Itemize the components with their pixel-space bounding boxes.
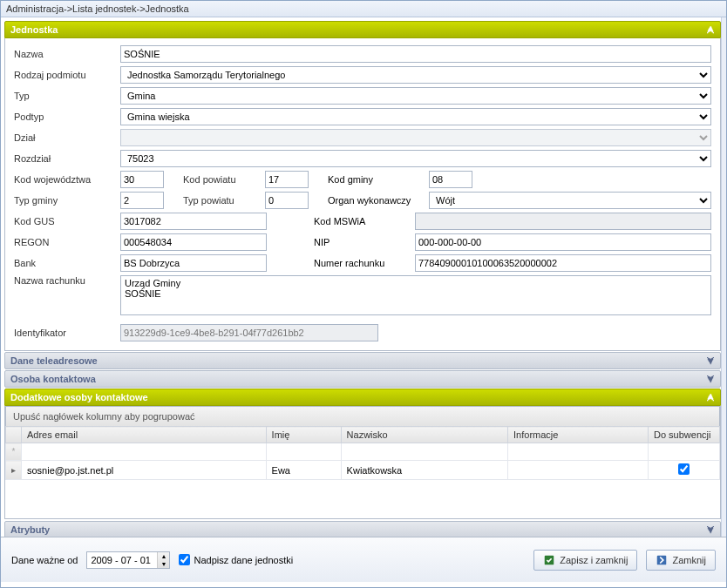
save-and-close-button[interactable]: Zapisz i zamknij — [533, 550, 637, 571]
label-typpow: Typ powiatu — [183, 195, 262, 206]
cell-email[interactable]: sosnie@po.jst.net.pl — [22, 461, 267, 480]
section-header-contact[interactable]: Dane teleadresowe ⮟ — [4, 352, 721, 369]
section-header-extra[interactable]: Dodatkowe osoby kontaktowe ⮝ — [4, 389, 721, 406]
label-ident: Identyfikator — [14, 328, 117, 338]
label-valid-from: Dane ważne od — [11, 555, 78, 565]
subw-checkbox[interactable] — [678, 463, 690, 475]
kodmsw-input — [415, 213, 711, 230]
breadcrumb: Administracja->Lista jednostek->Jednostk… — [1, 1, 726, 17]
dzial-select — [120, 129, 711, 146]
kodgm-input[interactable] — [429, 171, 472, 188]
col-subw[interactable]: Do subwencji — [649, 427, 720, 443]
label-kodmsw: Kod MSWiA — [314, 216, 411, 226]
label-kodwoj: Kod województwa — [14, 174, 117, 185]
section-body-jednostka: Nazwa Rodzaj podmiotu Jednostka Samorząd… — [4, 38, 721, 351]
close-label: Zamknij — [672, 555, 706, 565]
chevron-up-icon: ⮝ — [707, 25, 715, 34]
section-title: Jednostka — [10, 24, 58, 35]
col-imie[interactable]: Imię — [266, 427, 341, 443]
section-title: Osoba kontaktowa — [10, 374, 96, 384]
section-title: Atrybuty — [10, 524, 50, 535]
bottom-toolbar: Dane ważne od ▲▼ Nadpisz dane jednostki … — [1, 537, 726, 582]
numrach-input[interactable] — [415, 254, 711, 272]
cell-info[interactable] — [508, 461, 649, 480]
label-numrach: Numer rachunku — [314, 258, 411, 268]
label-dzial: Dział — [14, 132, 117, 143]
new-row-icon: * — [6, 443, 22, 461]
label-kodgus: Kod GUS — [14, 216, 117, 226]
date-spinner[interactable]: ▲▼ — [157, 552, 169, 568]
label-regon: REGON — [14, 237, 117, 247]
svg-rect-1 — [657, 555, 667, 564]
cell-nazwisko[interactable]: Kwiatkowska — [341, 461, 507, 480]
table-row[interactable]: ▸ sosnie@po.jst.net.pl Ewa Kwiatkowska — [6, 461, 720, 480]
regon-input[interactable] — [120, 233, 267, 251]
label-podtyp: Podtyp — [14, 112, 117, 122]
rodzaj-select[interactable]: Jednostka Samorządu Terytorialnego — [120, 66, 711, 84]
rozdzial-select[interactable]: 75023 — [120, 150, 711, 167]
save-icon — [543, 554, 555, 566]
label-nip: NIP — [314, 237, 411, 247]
bank-input[interactable] — [120, 254, 267, 272]
overwrite-checkbox-label[interactable]: Nadpisz dane jednostki — [179, 554, 293, 565]
nip-input[interactable] — [415, 233, 711, 251]
overwrite-text: Nadpisz dane jednostki — [194, 555, 293, 565]
ident-input — [120, 324, 378, 341]
organ-select[interactable]: Wójt — [429, 192, 711, 209]
section-header-attrs[interactable]: Atrybuty ⮟ — [4, 521, 721, 537]
table-row-new[interactable]: * — [6, 443, 720, 461]
chevron-down-icon: ⮟ — [707, 356, 715, 365]
close-icon — [656, 554, 668, 566]
cell-subw[interactable] — [649, 461, 720, 480]
section-title: Dane teleadresowe — [10, 355, 98, 366]
close-button[interactable]: Zamknij — [646, 550, 716, 571]
kodpow-input[interactable] — [265, 171, 309, 188]
grid-rowheader-col — [6, 427, 22, 443]
chevron-down-icon: ⮟ — [707, 525, 715, 534]
typgm-input[interactable] — [120, 192, 164, 209]
kodwoj-input[interactable] — [120, 171, 164, 188]
label-typ: Typ — [14, 91, 117, 101]
col-info[interactable]: Informacje — [508, 427, 649, 443]
cell-imie[interactable]: Ewa — [266, 461, 341, 480]
date-field[interactable]: ▲▼ — [86, 551, 170, 569]
grid-groupby-hint[interactable]: Upuść nagłówek kolumny aby pogrupować — [5, 406, 720, 426]
section-header-jednostka[interactable]: Jednostka ⮝ — [4, 21, 721, 38]
typ-select[interactable]: Gmina — [120, 87, 711, 105]
section-header-person[interactable]: Osoba kontaktowa ⮟ — [4, 370, 721, 388]
label-organ: Organ wykonawczy — [328, 195, 425, 206]
overwrite-checkbox[interactable] — [179, 554, 190, 565]
label-nazwarach: Nazwa rachunku — [14, 275, 117, 286]
chevron-down-icon: ⮟ — [707, 375, 715, 383]
nazwa-input[interactable] — [120, 45, 711, 63]
col-nazwisko[interactable]: Nazwisko — [341, 427, 507, 443]
nazwarach-textarea[interactable] — [120, 275, 711, 315]
resize-handle[interactable] — [721, 17, 726, 537]
label-kodgm: Kod gminy — [328, 174, 425, 185]
col-email[interactable]: Adres email — [22, 427, 267, 443]
chevron-up-icon: ⮝ — [707, 393, 715, 402]
label-nazwa: Nazwa — [14, 49, 117, 59]
date-input[interactable] — [87, 552, 157, 568]
current-row-icon: ▸ — [6, 461, 22, 480]
section-title: Dodatkowe osoby kontaktowe — [10, 392, 148, 402]
label-kodpow: Kod powiatu — [183, 174, 262, 185]
typpow-input[interactable] — [265, 192, 309, 209]
podtyp-select[interactable]: Gmina wiejska — [120, 108, 711, 125]
save-label: Zapisz i zamknij — [560, 555, 628, 565]
label-bank: Bank — [14, 258, 117, 268]
kodgus-input[interactable] — [120, 213, 267, 230]
label-typgm: Typ gminy — [14, 195, 117, 206]
label-rodzaj: Rodzaj podmiotu — [14, 70, 117, 80]
section-body-extra: Upuść nagłówek kolumny aby pogrupować Ad… — [4, 406, 721, 519]
contacts-grid[interactable]: Adres email Imię Nazwisko Informacje Do … — [5, 426, 720, 480]
label-rozdzial: Rozdział — [14, 153, 117, 164]
